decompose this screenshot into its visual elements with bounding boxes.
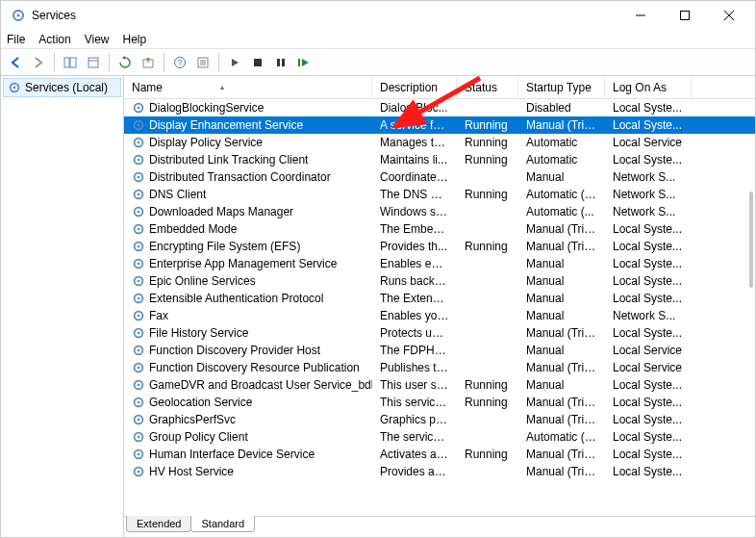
minimize-button[interactable] — [618, 1, 663, 30]
service-description: Graphics pe... — [372, 413, 457, 426]
gear-icon — [132, 257, 145, 270]
pause-service-button[interactable] — [270, 52, 291, 73]
service-startup: Automatic (T... — [518, 430, 605, 444]
maximize-button[interactable] — [663, 1, 707, 30]
service-row[interactable]: HV Host ServiceProvides an ...Manual (Tr… — [124, 463, 755, 480]
service-row[interactable]: Function Discovery Provider HostThe FDPH… — [124, 342, 755, 359]
service-startup: Manual (Trig... — [518, 118, 605, 132]
service-row[interactable]: Extensible Authentication ProtocolThe Ex… — [124, 290, 755, 307]
service-startup: Manual — [518, 257, 605, 270]
service-logon: Local Syste... — [605, 396, 692, 409]
window-title: Services — [32, 9, 76, 22]
svg-point-60 — [138, 419, 140, 422]
help-button[interactable]: ? — [169, 52, 190, 73]
service-name: Distributed Transaction Coordinator — [149, 170, 331, 184]
service-logon: Network S... — [605, 205, 692, 218]
service-row[interactable]: File History ServiceProtects use...Manua… — [124, 324, 755, 342]
service-row[interactable]: Distributed Link Tracking ClientMaintain… — [124, 151, 755, 168]
menu-file[interactable]: File — [7, 33, 25, 46]
svg-point-42 — [138, 263, 140, 266]
service-description: Provides an ... — [372, 465, 457, 478]
service-name: Extensible Authentication Protocol — [149, 292, 323, 305]
forward-button[interactable] — [28, 52, 49, 73]
export-button[interactable] — [138, 52, 159, 73]
export-list-button[interactable] — [83, 52, 104, 73]
svg-rect-20 — [298, 59, 300, 66]
service-row[interactable]: Epic Online ServicesRuns backg...ManualL… — [124, 272, 755, 290]
service-logon: Local Syste... — [605, 448, 692, 461]
column-header-logon[interactable]: Log On As — [605, 76, 692, 98]
menu-view[interactable]: View — [85, 33, 110, 46]
column-header-description[interactable]: Description — [372, 76, 457, 98]
back-button[interactable] — [5, 52, 26, 73]
service-row[interactable]: Human Interface Device ServiceActivates … — [124, 446, 755, 463]
service-row[interactable]: Distributed Transaction CoordinatorCoord… — [124, 168, 755, 186]
svg-text:?: ? — [177, 58, 182, 67]
service-name: Embedded Mode — [149, 222, 237, 236]
service-row[interactable]: DNS ClientThe DNS Cli...RunningAutomatic… — [124, 186, 755, 203]
restart-service-button[interactable] — [293, 52, 315, 73]
service-row[interactable]: Enterprise App Management ServiceEnables… — [124, 255, 755, 272]
service-row[interactable]: Group Policy ClientThe service i...Autom… — [124, 428, 755, 446]
gear-icon — [132, 413, 145, 426]
scrollbar[interactable] — [749, 192, 753, 288]
close-button[interactable] — [707, 1, 751, 30]
service-row[interactable]: Embedded ModeThe Embed...Manual (Trig...… — [124, 220, 755, 238]
column-header-status[interactable]: Status — [457, 76, 518, 98]
service-name: DNS Client — [149, 188, 206, 201]
service-description: Activates an... — [372, 448, 457, 461]
service-row[interactable]: GraphicsPerfSvcGraphics pe...Manual (Tri… — [124, 411, 755, 428]
service-name: Geolocation Service — [149, 396, 252, 409]
gear-icon — [132, 430, 145, 444]
column-header-name[interactable]: Name▴ — [124, 76, 372, 98]
properties-button[interactable] — [192, 52, 214, 73]
service-row[interactable]: Downloaded Maps ManagerWindows se...Auto… — [124, 203, 755, 220]
gear-icon — [132, 448, 145, 461]
svg-point-32 — [138, 176, 140, 179]
service-name: File History Service — [149, 326, 248, 340]
svg-point-66 — [138, 471, 140, 474]
service-row[interactable]: Display Enhancement ServiceA service fo.… — [124, 116, 755, 134]
svg-point-36 — [138, 211, 140, 214]
service-description: Manages th... — [372, 136, 457, 149]
service-row[interactable]: Encrypting File System (EFS)Provides th.… — [124, 238, 755, 255]
service-name: Distributed Link Tracking Client — [149, 153, 308, 167]
service-description: Provides th... — [372, 240, 457, 253]
service-status: Running — [457, 240, 518, 253]
svg-rect-8 — [88, 58, 98, 67]
list-body[interactable]: DialogBlockingServiceDialog Bloc...Disab… — [124, 99, 755, 516]
tab-extended[interactable]: Extended — [126, 516, 191, 532]
gear-icon — [132, 188, 145, 201]
menu-help[interactable]: Help — [123, 33, 147, 46]
sort-arrow-icon: ▴ — [220, 83, 224, 91]
toolbar: ? — [1, 49, 755, 76]
tree-node-services-local[interactable]: Services (Local) — [3, 78, 121, 97]
service-startup: Automatic — [518, 153, 605, 167]
service-startup: Manual (Trig... — [518, 465, 605, 478]
start-service-button[interactable] — [224, 52, 245, 73]
service-startup: Manual — [518, 170, 605, 184]
service-row[interactable]: FaxEnables you...ManualNetwork S... — [124, 307, 755, 324]
service-startup: Manual (Trig... — [518, 396, 605, 409]
svg-point-50 — [138, 332, 140, 335]
service-row[interactable]: Display Policy ServiceManages th...Runni… — [124, 134, 755, 151]
service-startup: Manual — [518, 378, 605, 392]
service-startup: Manual (Trig... — [518, 413, 605, 426]
app-gear-icon — [11, 8, 26, 23]
service-row[interactable]: DialogBlockingServiceDialog Bloc...Disab… — [124, 99, 755, 116]
gear-icon — [132, 274, 145, 288]
refresh-button[interactable] — [114, 52, 136, 73]
menu-action[interactable]: Action — [38, 33, 70, 46]
column-header-startup[interactable]: Startup Type — [518, 76, 605, 98]
service-name: Human Interface Device Service — [149, 448, 315, 461]
service-row[interactable]: GameDVR and Broadcast User Service_bdbf9… — [124, 376, 755, 394]
stop-service-button[interactable] — [247, 52, 268, 73]
tab-standard[interactable]: Standard — [190, 516, 255, 532]
show-hide-tree-button[interactable] — [60, 52, 81, 73]
gear-icon — [132, 136, 145, 149]
service-row[interactable]: Function Discovery Resource PublicationP… — [124, 359, 755, 376]
tab-bar: Extended Standard — [124, 516, 755, 537]
service-row[interactable]: Geolocation ServiceThis service ...Runni… — [124, 394, 755, 411]
service-logon: Network S... — [605, 188, 692, 201]
service-name: Display Enhancement Service — [149, 118, 303, 132]
